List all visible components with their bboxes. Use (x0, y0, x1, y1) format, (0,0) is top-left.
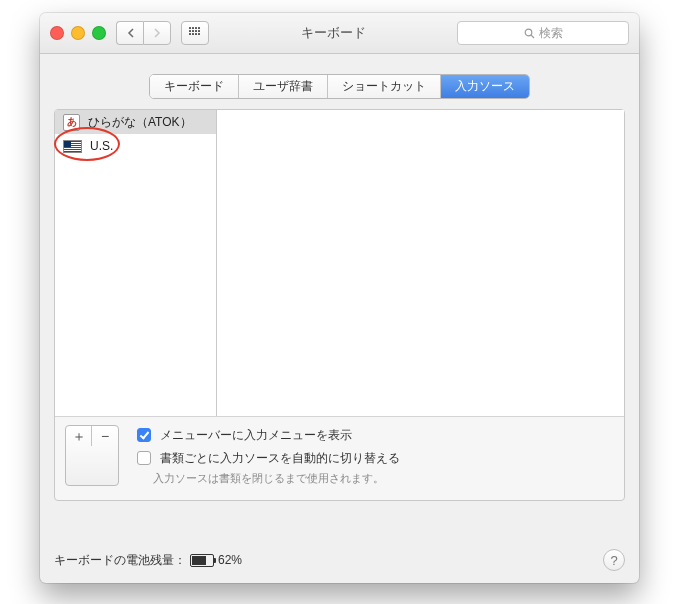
battery-label: キーボードの電池残量： (54, 552, 186, 569)
battery-icon (190, 554, 214, 567)
hint-text: 入力ソースは書類を閉じるまで使用されます。 (153, 471, 614, 486)
search-icon (524, 28, 535, 39)
grid-icon (189, 27, 201, 39)
search-field[interactable]: 検索 (457, 21, 629, 45)
zoom-icon[interactable] (92, 26, 106, 40)
nav-segment (116, 21, 171, 45)
tab-inputsources[interactable]: 入力ソース (441, 75, 529, 98)
forward-button[interactable] (143, 21, 171, 45)
checkbox-label: 書類ごとに入力ソースを自動的に切り替える (160, 450, 400, 467)
tabbar: キーボード ユーザ辞書 ショートカット 入力ソース (149, 74, 530, 99)
list-item[interactable]: あ ひらがな（ATOK） (55, 110, 216, 134)
tab-shortcuts[interactable]: ショートカット (328, 75, 441, 98)
preferences-window: キーボード 検索 キーボード ユーザ辞書 ショートカット 入力ソース あ ひらが… (40, 13, 639, 583)
toolbar: キーボード 検索 (40, 13, 639, 54)
list-item-label: U.S. (90, 139, 113, 153)
list-item[interactable]: U.S. (55, 134, 216, 158)
show-input-menu-checkbox[interactable] (137, 428, 151, 442)
checkbox-label: メニューバーに入力メニューを表示 (160, 427, 352, 444)
minimize-icon[interactable] (71, 26, 85, 40)
detail-pane (217, 110, 624, 416)
show-all-button[interactable] (181, 21, 209, 45)
battery-percent: 62% (218, 553, 242, 567)
svg-line-1 (531, 35, 534, 38)
tab-keyboard[interactable]: キーボード (150, 75, 239, 98)
close-icon[interactable] (50, 26, 64, 40)
footer: キーボードの電池残量： 62% ? (54, 549, 625, 571)
tab-userdict[interactable]: ユーザ辞書 (239, 75, 328, 98)
auto-switch-checkbox[interactable] (137, 451, 151, 465)
list-item-label: ひらがな（ATOK） (88, 114, 192, 131)
add-remove-segment: ＋ − (65, 425, 119, 486)
remove-button[interactable]: − (92, 426, 118, 446)
us-flag-icon (63, 140, 82, 153)
input-source-list[interactable]: あ ひらがな（ATOK） U.S. (55, 110, 217, 416)
window-controls (50, 26, 106, 40)
search-placeholder: 検索 (539, 25, 563, 42)
svg-point-0 (525, 29, 532, 36)
content-panel: あ ひらがな（ATOK） U.S. ＋ − メニューバーに入 (54, 109, 625, 501)
atok-icon: あ (63, 114, 80, 131)
add-button[interactable]: ＋ (66, 426, 92, 446)
window-title: キーボード (219, 24, 447, 42)
back-button[interactable] (116, 21, 143, 45)
help-button[interactable]: ? (603, 549, 625, 571)
